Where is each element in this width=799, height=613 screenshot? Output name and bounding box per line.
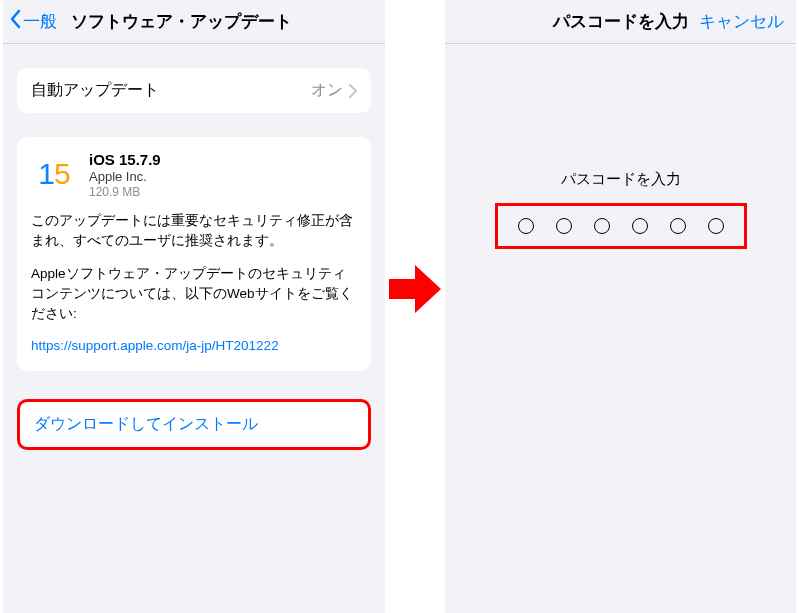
software-update-screen: 一般 ソフトウェア・アップデート 自動アップデート オン 15 iOS 15.7… xyxy=(3,0,385,613)
passcode-dot xyxy=(594,218,610,234)
chevron-right-icon xyxy=(349,84,357,98)
passcode-dot xyxy=(556,218,572,234)
download-install-button[interactable]: ダウンロードしてインストール xyxy=(17,399,371,450)
cancel-button[interactable]: キャンセル xyxy=(699,10,784,33)
ios-version-icon: 15 xyxy=(31,151,77,197)
arrow-right-icon xyxy=(386,260,444,318)
nav-bar: 一般 ソフトウェア・アップデート xyxy=(3,0,385,44)
update-desc-2: Appleソフトウェア・アップデートのセキュリティコンテンツについては、以下のW… xyxy=(31,264,357,325)
download-size: 120.9 MB xyxy=(89,185,161,199)
chevron-left-icon xyxy=(9,9,23,34)
os-title: iOS 15.7.9 xyxy=(89,151,161,168)
passcode-dots xyxy=(495,203,747,249)
passcode-dot xyxy=(632,218,648,234)
passcode-dot xyxy=(708,218,724,234)
update-link[interactable]: https://support.apple.com/ja-jp/HT201222 xyxy=(31,338,279,353)
auto-update-label: 自動アップデート xyxy=(31,80,311,101)
update-card: 15 iOS 15.7.9 Apple Inc. 120.9 MB このアップデ… xyxy=(17,137,371,371)
passcode-screen: パスコードを入力 キャンセル パスコードを入力 xyxy=(445,0,796,613)
passcode-prompt: パスコードを入力 xyxy=(445,170,796,189)
page-title: ソフトウェア・アップデート xyxy=(71,10,292,33)
auto-update-cell[interactable]: 自動アップデート オン xyxy=(17,68,371,113)
passcode-dot xyxy=(518,218,534,234)
download-install-label: ダウンロードしてインストール xyxy=(34,415,258,432)
auto-update-value: オン xyxy=(311,80,343,101)
vendor-name: Apple Inc. xyxy=(89,169,161,184)
back-label: 一般 xyxy=(23,10,57,33)
update-desc-1: このアップデートには重要なセキュリティ修正が含まれ、すべてのユーザに推奨されます… xyxy=(31,211,357,252)
nav-bar: パスコードを入力 キャンセル xyxy=(445,0,796,44)
passcode-dot xyxy=(670,218,686,234)
back-button[interactable]: 一般 xyxy=(3,9,57,34)
